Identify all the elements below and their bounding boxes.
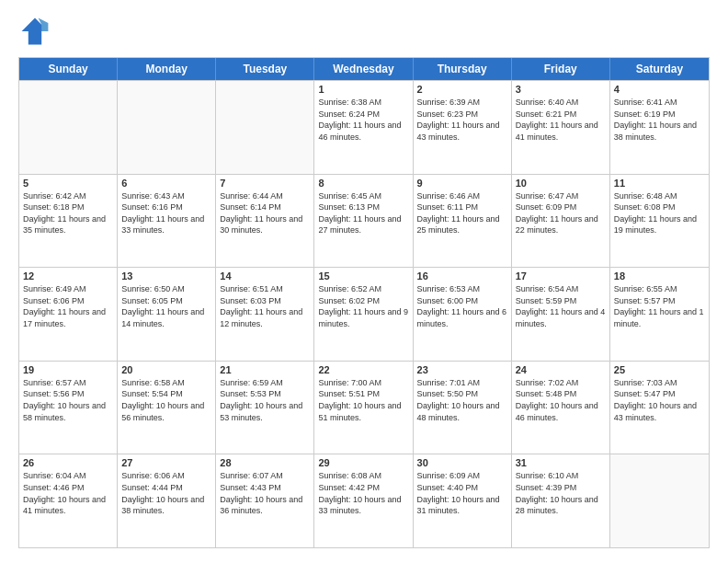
day-number: 2 — [417, 84, 507, 95]
day-info: Sunrise: 6:39 AMSunset: 6:23 PMDaylight:… — [417, 97, 507, 143]
day-info: Sunrise: 6:38 AMSunset: 6:24 PMDaylight:… — [318, 97, 408, 143]
day-number: 19 — [23, 364, 113, 375]
week-row-2: 12Sunrise: 6:49 AMSunset: 6:06 PMDayligh… — [19, 267, 709, 361]
cal-cell: 12Sunrise: 6:49 AMSunset: 6:06 PMDayligh… — [19, 268, 118, 361]
page: SundayMondayTuesdayWednesdayThursdayFrid… — [0, 0, 728, 563]
day-number: 16 — [417, 270, 507, 282]
day-info: Sunrise: 7:01 AMSunset: 5:50 PMDaylight:… — [417, 377, 507, 423]
cal-cell: 23Sunrise: 7:01 AMSunset: 5:50 PMDayligh… — [414, 362, 512, 454]
cal-cell: 7Sunrise: 6:44 AMSunset: 6:14 PMDaylight… — [216, 175, 314, 268]
day-info: Sunrise: 6:55 AMSunset: 5:57 PMDaylight:… — [614, 283, 705, 329]
day-number: 11 — [614, 178, 705, 189]
day-info: Sunrise: 6:08 AMSunset: 4:42 PMDaylight:… — [318, 470, 408, 516]
cal-cell: 6Sunrise: 6:43 AMSunset: 6:16 PMDaylight… — [118, 175, 216, 268]
header-day-friday: Friday — [512, 58, 610, 80]
week-row-3: 19Sunrise: 6:57 AMSunset: 5:56 PMDayligh… — [19, 361, 709, 454]
cal-cell: 19Sunrise: 6:57 AMSunset: 5:56 PMDayligh… — [19, 362, 118, 454]
day-info: Sunrise: 7:00 AMSunset: 5:51 PMDaylight:… — [318, 377, 408, 423]
cal-cell: 2Sunrise: 6:39 AMSunset: 6:23 PMDaylight… — [414, 81, 512, 174]
day-number: 6 — [121, 178, 211, 189]
logo — [18, 15, 55, 48]
header-day-saturday: Saturday — [610, 58, 709, 80]
day-info: Sunrise: 6:52 AMSunset: 6:02 PMDaylight:… — [318, 283, 408, 329]
day-number: 3 — [516, 84, 606, 95]
cal-cell: 22Sunrise: 7:00 AMSunset: 5:51 PMDayligh… — [314, 362, 413, 454]
cal-cell: 28Sunrise: 6:07 AMSunset: 4:43 PMDayligh… — [216, 454, 314, 547]
day-number: 1 — [318, 84, 408, 95]
day-number: 27 — [121, 457, 211, 468]
cal-cell: 25Sunrise: 7:03 AMSunset: 5:47 PMDayligh… — [610, 362, 709, 454]
header-day-wednesday: Wednesday — [314, 58, 413, 80]
header-day-sunday: Sunday — [19, 58, 118, 80]
day-info: Sunrise: 6:10 AMSunset: 4:39 PMDaylight:… — [516, 470, 606, 516]
day-info: Sunrise: 6:59 AMSunset: 5:53 PMDaylight:… — [220, 377, 310, 423]
cal-cell: 31Sunrise: 6:10 AMSunset: 4:39 PMDayligh… — [512, 454, 610, 547]
cal-cell: 4Sunrise: 6:41 AMSunset: 6:19 PMDaylight… — [610, 81, 709, 174]
cal-cell — [216, 81, 314, 174]
week-row-4: 26Sunrise: 6:04 AMSunset: 4:46 PMDayligh… — [19, 454, 709, 547]
day-number: 21 — [220, 364, 310, 375]
day-info: Sunrise: 7:02 AMSunset: 5:48 PMDaylight:… — [516, 377, 606, 423]
day-number: 20 — [121, 364, 211, 375]
day-info: Sunrise: 6:48 AMSunset: 6:08 PMDaylight:… — [614, 190, 705, 236]
day-number: 4 — [614, 84, 705, 95]
day-info: Sunrise: 6:50 AMSunset: 6:05 PMDaylight:… — [121, 283, 211, 329]
day-number: 15 — [318, 270, 408, 282]
day-number: 10 — [516, 178, 606, 189]
cal-cell: 16Sunrise: 6:53 AMSunset: 6:00 PMDayligh… — [414, 268, 512, 361]
cal-cell — [19, 81, 118, 174]
day-number: 13 — [121, 270, 211, 282]
cal-cell: 13Sunrise: 6:50 AMSunset: 6:05 PMDayligh… — [118, 268, 216, 361]
cal-cell: 17Sunrise: 6:54 AMSunset: 5:59 PMDayligh… — [512, 268, 610, 361]
day-number: 18 — [614, 270, 705, 282]
day-number: 24 — [516, 364, 606, 375]
day-number: 22 — [318, 364, 408, 375]
day-info: Sunrise: 6:06 AMSunset: 4:44 PMDaylight:… — [121, 470, 211, 516]
day-info: Sunrise: 6:57 AMSunset: 5:56 PMDaylight:… — [23, 377, 113, 423]
day-info: Sunrise: 6:07 AMSunset: 4:43 PMDaylight:… — [220, 470, 310, 516]
day-info: Sunrise: 6:43 AMSunset: 6:16 PMDaylight:… — [121, 190, 211, 236]
day-info: Sunrise: 6:51 AMSunset: 6:03 PMDaylight:… — [220, 283, 310, 329]
cal-cell: 11Sunrise: 6:48 AMSunset: 6:08 PMDayligh… — [610, 175, 709, 268]
day-info: Sunrise: 6:49 AMSunset: 6:06 PMDaylight:… — [23, 283, 113, 329]
calendar-body: 1Sunrise: 6:38 AMSunset: 6:24 PMDaylight… — [19, 80, 709, 547]
day-number: 29 — [318, 457, 408, 468]
day-info: Sunrise: 6:45 AMSunset: 6:13 PMDaylight:… — [318, 190, 408, 236]
header-day-monday: Monday — [118, 58, 216, 80]
day-number: 26 — [23, 457, 113, 468]
cal-cell: 29Sunrise: 6:08 AMSunset: 4:42 PMDayligh… — [314, 454, 413, 547]
day-number: 7 — [220, 178, 310, 189]
day-info: Sunrise: 6:58 AMSunset: 5:54 PMDaylight:… — [121, 377, 211, 423]
day-info: Sunrise: 6:53 AMSunset: 6:00 PMDaylight:… — [417, 283, 507, 329]
cal-cell: 5Sunrise: 6:42 AMSunset: 6:18 PMDaylight… — [19, 175, 118, 268]
day-number: 8 — [318, 178, 408, 189]
cal-cell: 27Sunrise: 6:06 AMSunset: 4:44 PMDayligh… — [118, 454, 216, 547]
cal-cell — [118, 81, 216, 174]
cal-cell: 3Sunrise: 6:40 AMSunset: 6:21 PMDaylight… — [512, 81, 610, 174]
cal-cell: 9Sunrise: 6:46 AMSunset: 6:11 PMDaylight… — [414, 175, 512, 268]
day-number: 14 — [220, 270, 310, 282]
cal-cell — [610, 454, 709, 547]
header-day-thursday: Thursday — [414, 58, 512, 80]
cal-cell: 10Sunrise: 6:47 AMSunset: 6:09 PMDayligh… — [512, 175, 610, 268]
cal-cell: 18Sunrise: 6:55 AMSunset: 5:57 PMDayligh… — [610, 268, 709, 361]
day-info: Sunrise: 6:47 AMSunset: 6:09 PMDaylight:… — [516, 190, 606, 236]
cal-cell: 14Sunrise: 6:51 AMSunset: 6:03 PMDayligh… — [216, 268, 314, 361]
cal-cell: 8Sunrise: 6:45 AMSunset: 6:13 PMDaylight… — [314, 175, 413, 268]
day-info: Sunrise: 6:46 AMSunset: 6:11 PMDaylight:… — [417, 190, 507, 236]
day-info: Sunrise: 6:54 AMSunset: 5:59 PMDaylight:… — [516, 283, 606, 329]
cal-cell: 26Sunrise: 6:04 AMSunset: 4:46 PMDayligh… — [19, 454, 118, 547]
day-number: 12 — [23, 270, 113, 282]
cal-cell: 21Sunrise: 6:59 AMSunset: 5:53 PMDayligh… — [216, 362, 314, 454]
day-number: 5 — [23, 178, 113, 189]
day-info: Sunrise: 6:44 AMSunset: 6:14 PMDaylight:… — [220, 190, 310, 236]
day-info: Sunrise: 6:42 AMSunset: 6:18 PMDaylight:… — [23, 190, 113, 236]
cal-cell: 30Sunrise: 6:09 AMSunset: 4:40 PMDayligh… — [414, 454, 512, 547]
day-info: Sunrise: 6:41 AMSunset: 6:19 PMDaylight:… — [614, 97, 705, 143]
header — [18, 15, 710, 48]
header-day-tuesday: Tuesday — [216, 58, 314, 80]
day-number: 30 — [417, 457, 507, 468]
day-number: 25 — [614, 364, 705, 375]
day-info: Sunrise: 6:09 AMSunset: 4:40 PMDaylight:… — [417, 470, 507, 516]
day-info: Sunrise: 6:04 AMSunset: 4:46 PMDaylight:… — [23, 470, 113, 516]
